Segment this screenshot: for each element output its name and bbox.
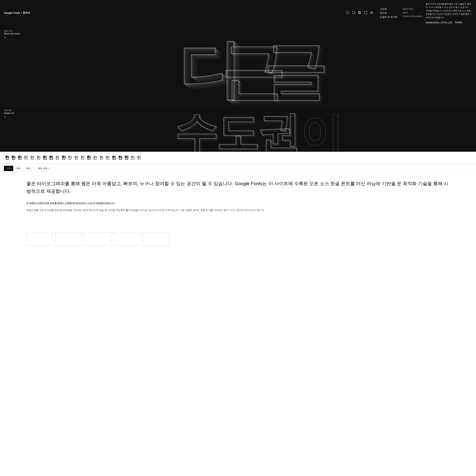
char-item: 한	[73, 155, 79, 160]
header-nav: 고딕체 명조체 손글씨 및 장식체 Sans-serif Serif Scrip…	[380, 7, 423, 19]
nav-sans-serif[interactable]: Sans-serif	[403, 7, 423, 11]
view-grid-icon[interactable]	[370, 11, 373, 15]
char-item: 한	[10, 155, 17, 160]
filter-bar: 전체 제목 본문 폰트 선택 ∨	[0, 164, 476, 173]
view-square-sm-icon[interactable]	[352, 11, 355, 15]
font-select-label: 폰트 선택	[38, 167, 47, 170]
char-item: 한	[130, 155, 136, 160]
filter-all-button[interactable]: 전체	[4, 166, 13, 171]
filter-body-button[interactable]: 본문	[24, 166, 33, 171]
char-item: 한	[17, 155, 23, 160]
bottom-card	[55, 232, 82, 245]
nav-serif[interactable]: 명조체	[380, 11, 397, 15]
nav-script[interactable]: 손글씨 및 장식체	[380, 15, 397, 19]
char-item: 한	[111, 155, 117, 160]
big-text-visual-2: 수 수 수 도 도 도 권 권	[0, 106, 476, 152]
header-nav-col-ko: 고딕체 명조체 손글씨 및 장식체	[380, 7, 397, 19]
english-link[interactable]: English	[455, 21, 462, 24]
font-showcase-1: 검은고딕 Black Han Sans ∨ 디 디 디 디	[0, 26, 476, 105]
nav-serif-en[interactable]: Serif	[403, 11, 423, 14]
font-label-1: 검은고딕 Black Han Sans ∨	[4, 29, 20, 39]
svg-text:이: 이	[300, 109, 343, 152]
svg-text:수: 수	[175, 108, 218, 152]
font-label-1-en: Black Han Sans	[4, 32, 20, 35]
font-select-arrow-icon: ∨	[48, 167, 50, 170]
char-item: 한	[79, 155, 85, 160]
font-label-2: 고딕 A1 Gothic A1 ∨	[4, 109, 14, 119]
svg-text:권: 권	[257, 108, 300, 152]
svg-point-0	[346, 11, 349, 14]
font-expand-1[interactable]: ∨	[4, 35, 20, 39]
big-text-visual-1: 디 디 디 디 디 디 디 디	[0, 26, 476, 105]
header-description: 좋은 타이포그래피를 통해 웹은 더욱 아름답고, 빠르며, 누구나 참여할 수…	[426, 2, 472, 19]
font-showcase-2: 고딕 A1 Gothic A1 ∨ 수 수 수 도 도	[0, 105, 476, 152]
header-bar: Google Fonts + 한국어	[0, 0, 476, 26]
site-logo: Google Fonts + 한국어	[4, 11, 30, 15]
view-square-lg-icon[interactable]	[364, 11, 367, 15]
char-item: 한	[117, 155, 123, 160]
font-label-1-ko: 검은고딕	[4, 29, 20, 32]
char-item: 한	[92, 155, 98, 160]
main-body-text: 한글은 발음 구조의 모양을 본뜬 닿자(자음을 나타내는 낱자) 19가지와 …	[26, 208, 450, 212]
char-item: 한	[98, 155, 104, 160]
font-label-2-ko: 고딕 A1	[4, 109, 14, 112]
svg-rect-1	[353, 11, 355, 14]
nav-gothic[interactable]: 고딕체	[380, 7, 397, 11]
char-item: 한	[42, 155, 48, 160]
char-item: 한	[48, 155, 54, 160]
bottom-card	[143, 232, 169, 245]
nav-script-decorative[interactable]: Script & Decorative	[403, 14, 423, 18]
hero-section: Google Fonts + 한국어	[0, 0, 476, 152]
main-large-text: 좋은 타이포그래피를 통해 웹은 더욱 아름답고, 빠르며, 누구나 참여할 수…	[26, 180, 450, 195]
header-info-links: Google Fonts + 한국어 소개 English	[426, 21, 472, 24]
intro-link[interactable]: Google Fonts + 한국어 소개	[426, 21, 452, 24]
char-item: 한	[4, 155, 10, 160]
bottom-card	[26, 232, 53, 245]
header-nav-col-en: Sans-serif Serif Script & Decorative	[403, 7, 423, 18]
font-select-dropdown[interactable]: 폰트 선택 ∨	[35, 167, 50, 170]
char-item: 한	[136, 155, 142, 160]
bottom-card	[114, 232, 140, 245]
char-item: 한	[123, 155, 130, 160]
svg-text:도: 도	[216, 108, 259, 152]
char-item: 한	[29, 155, 35, 160]
bottom-card	[85, 232, 111, 245]
main-content: 좋은 타이포그래피를 통해 웹은 더욱 아름답고, 빠르며, 누구나 참여할 수…	[0, 173, 476, 227]
char-item: 한	[35, 155, 42, 160]
char-item: 한	[23, 155, 29, 160]
char-item: 한	[67, 155, 73, 160]
char-item: 한	[85, 155, 92, 160]
main-link[interactable]: 큰 용량은 이제껏 한글 폰트를 웹에서 사용할 때 맞닥뜨리는 가장 큰 걸림…	[26, 202, 450, 204]
svg-text:글: 글	[263, 37, 326, 105]
korean-chars-row: 한 한 한 한 한 한 한 한 한 한 한 한 한 한 한 한 한 한 한 한 …	[0, 152, 476, 164]
font-label-2-en: Gothic A1	[4, 112, 14, 114]
header-info: 좋은 타이포그래피를 통해 웹은 더욱 아름답고, 빠르며, 누구나 참여할 수…	[426, 2, 472, 24]
view-copy-icon[interactable]	[358, 11, 361, 15]
char-item: 한	[54, 155, 61, 160]
svg-rect-4	[364, 11, 367, 14]
bottom-cards-row	[0, 227, 476, 250]
char-item: 한	[61, 155, 67, 160]
font-expand-2[interactable]: ∨	[4, 115, 14, 119]
filter-title-button[interactable]: 제목	[14, 166, 23, 171]
char-item: 한	[104, 155, 111, 160]
header-icons	[346, 11, 373, 15]
view-circle-icon[interactable]	[346, 11, 349, 15]
